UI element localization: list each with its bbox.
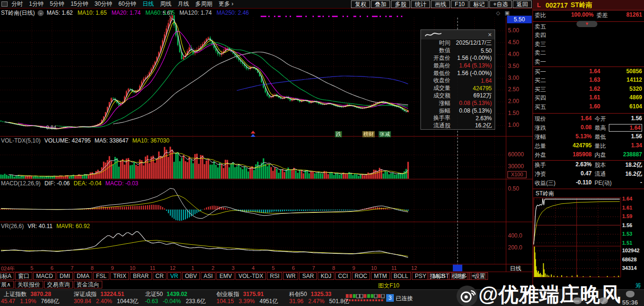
price-axis-label: 4.00 bbox=[508, 51, 531, 57]
tab-PSY[interactable]: PSY bbox=[412, 272, 429, 280]
index-科创50[interactable]: 科创501325.3331.962.47%501.8亿 bbox=[289, 291, 354, 306]
menu-30分钟[interactable]: 30分钟 bbox=[95, 0, 112, 8]
buy-row[interactable]: 买四1.614869 bbox=[533, 94, 644, 103]
buy-row[interactable]: 买五1.606104 bbox=[533, 103, 644, 112]
tooltip-label: 成交额 bbox=[424, 92, 450, 100]
button-统计[interactable]: 统计 bbox=[411, 0, 430, 8]
button-F10[interactable]: F10 bbox=[451, 0, 468, 8]
tooltip-value: 6912万 bbox=[450, 92, 492, 100]
button-叠加[interactable]: 叠加 bbox=[371, 0, 390, 8]
tab-CCI[interactable]: CCI bbox=[335, 272, 351, 280]
tab-DMI[interactable]: DMI bbox=[57, 272, 73, 280]
tab-RSI[interactable]: RSI bbox=[267, 272, 282, 280]
tab-关联报价[interactable]: 关联报价 bbox=[15, 281, 43, 288]
tooltip-value: 5.50 bbox=[450, 48, 492, 54]
menu-多周期[interactable]: 多周期 bbox=[195, 0, 212, 8]
close-icon[interactable]: × bbox=[488, 31, 492, 38]
index-创业板指[interactable]: 创业板指3175.91104.153.39%4951亿 bbox=[216, 291, 283, 306]
tab-交易查询[interactable]: 交易查询 bbox=[44, 281, 73, 288]
buy-label: 买二 bbox=[535, 76, 546, 85]
quote-value: 1.56 bbox=[609, 115, 642, 122]
button-画线[interactable]: 画线 bbox=[431, 0, 450, 8]
tab--[interactable]: - bbox=[478, 272, 486, 280]
tab-BRAR[interactable]: BRAR bbox=[130, 272, 151, 280]
indicator-value-1: DEA: -0.04 bbox=[74, 180, 102, 187]
ma-label-3: MA60: 1.75 bbox=[146, 10, 175, 16]
tab-BOLL[interactable]: BOLL bbox=[391, 272, 411, 280]
indicator-name: VOL-TDX(5,10) bbox=[1, 137, 40, 144]
sell-row[interactable]: 卖五 bbox=[533, 23, 644, 31]
tab-指标A[interactable]: 指标A bbox=[0, 272, 14, 280]
quote-label: 最高 bbox=[595, 124, 606, 132]
tab-ROC[interactable]: ROC bbox=[352, 272, 371, 280]
buy-row[interactable]: 买二1.6314112 bbox=[533, 76, 644, 85]
index-line1: 科创501325.33 bbox=[289, 291, 354, 298]
tab-CR[interactable]: CR bbox=[153, 272, 166, 280]
menu-5分钟[interactable]: 5分钟 bbox=[50, 0, 65, 8]
buy-row[interactable]: 买一1.6450856 bbox=[533, 68, 644, 76]
tab-MTM[interactable]: MTM bbox=[371, 272, 390, 280]
index-北证50[interactable]: 北证501439.02-0.63-0.04%233.6亿 bbox=[145, 291, 210, 306]
tab-MACD[interactable]: MACD bbox=[33, 272, 56, 280]
tab-指标B[interactable]: 指标B bbox=[427, 272, 448, 280]
tab-扩展∧[interactable]: 扩展∧ bbox=[0, 281, 14, 288]
tab-TRIX[interactable]: TRIX bbox=[110, 272, 129, 280]
menu-月线[interactable]: 月线 bbox=[177, 0, 189, 8]
button-多股[interactable]: 多股 bbox=[391, 0, 410, 8]
tab-KDJ[interactable]: KDJ bbox=[318, 272, 334, 280]
menu-更多 ›[interactable]: 更多 › bbox=[218, 0, 233, 8]
menu-15分钟[interactable]: 15分钟 bbox=[70, 0, 88, 8]
tooltip-title-bar[interactable]: × bbox=[421, 30, 495, 39]
indicator-name: VR(26,6) bbox=[1, 223, 24, 230]
tab-OBV[interactable]: OBV bbox=[182, 272, 200, 280]
tooltip-label: 振幅 bbox=[424, 107, 450, 115]
tab-DMA[interactable]: DMA bbox=[74, 272, 92, 280]
tab-资金流向[interactable]: 资金流向 bbox=[74, 281, 102, 288]
button-+自选[interactable]: +自选 bbox=[489, 0, 512, 8]
index-深证成指[interactable]: 深证成指13224.51309.842.40%10443亿 bbox=[74, 291, 143, 306]
index-pct: 3.39% bbox=[239, 298, 255, 305]
x-axis-label: 9 bbox=[352, 265, 355, 271]
button-标记[interactable]: 标记 bbox=[469, 0, 488, 8]
tab-chips[interactable]: 筹 bbox=[635, 282, 641, 290]
menu-1分钟[interactable]: 1分钟 bbox=[29, 0, 44, 8]
button-返回[interactable]: 返回 bbox=[513, 0, 532, 8]
sell-row[interactable]: 卖二 bbox=[533, 49, 644, 57]
menu-60分钟[interactable]: 60分钟 bbox=[118, 0, 136, 8]
x-axis-label: 8 bbox=[332, 265, 335, 271]
tab-+[interactable]: + bbox=[468, 272, 478, 280]
tab-FSL[interactable]: FSL bbox=[93, 272, 109, 280]
tab-VR[interactable]: VR bbox=[167, 272, 181, 280]
sell-row[interactable]: 卖一 bbox=[533, 58, 644, 67]
diamond-icon[interactable]: ◇ bbox=[496, 10, 500, 16]
sell-row[interactable]: 卖四 bbox=[533, 31, 644, 40]
period-label: 日线 bbox=[510, 265, 521, 273]
quote-label: 换手 bbox=[535, 161, 546, 169]
menu-分时[interactable]: 分时 bbox=[11, 0, 23, 8]
function-tabs: 扩展∧关联报价交易查询资金流向 bbox=[0, 281, 533, 289]
exchange-flag: L bbox=[537, 1, 541, 9]
tooltip-value: 2.63% bbox=[450, 115, 492, 122]
tab-ASI[interactable]: ASI bbox=[201, 272, 215, 280]
sell-row[interactable]: 卖三 bbox=[533, 40, 644, 49]
chevron-down-circle-icon[interactable]: ⌄ bbox=[38, 10, 44, 16]
x-axis-label: 6 bbox=[50, 265, 53, 271]
tooltip-label: 时间 bbox=[424, 39, 450, 47]
kline-tooltip: × 时间2025/12/17/三数值5.50开盘价1.56 (-0.00%)最高… bbox=[420, 29, 495, 130]
menu-周线[interactable]: 周线 bbox=[160, 0, 171, 8]
window-icon[interactable] bbox=[1, 1, 8, 7]
buy-row[interactable]: 买三1.625320 bbox=[533, 86, 644, 94]
tab-窗口[interactable]: 窗口 bbox=[15, 272, 32, 280]
tab-VOL-TDX[interactable]: VOL-TDX bbox=[235, 272, 266, 280]
button-复权[interactable]: 复权 bbox=[351, 0, 370, 8]
tab-graphic-f10[interactable]: 图文F10 bbox=[378, 282, 400, 290]
menu-日线[interactable]: 日线 bbox=[142, 0, 154, 8]
tab-SAR[interactable]: SAR bbox=[299, 272, 317, 280]
buy-volume: 50856 bbox=[604, 68, 642, 75]
tab-模 板[interactable]: 模 板 bbox=[449, 272, 468, 280]
tab-EMV[interactable]: EMV bbox=[216, 272, 234, 280]
x-axis-label: 11 bbox=[391, 265, 397, 271]
price-axis-label: 3.50 bbox=[508, 63, 531, 69]
index-上证指数[interactable]: 上证指数3870.2845.471.19%7668亿 bbox=[4, 291, 64, 306]
tab-WR[interactable]: WR bbox=[283, 272, 298, 280]
